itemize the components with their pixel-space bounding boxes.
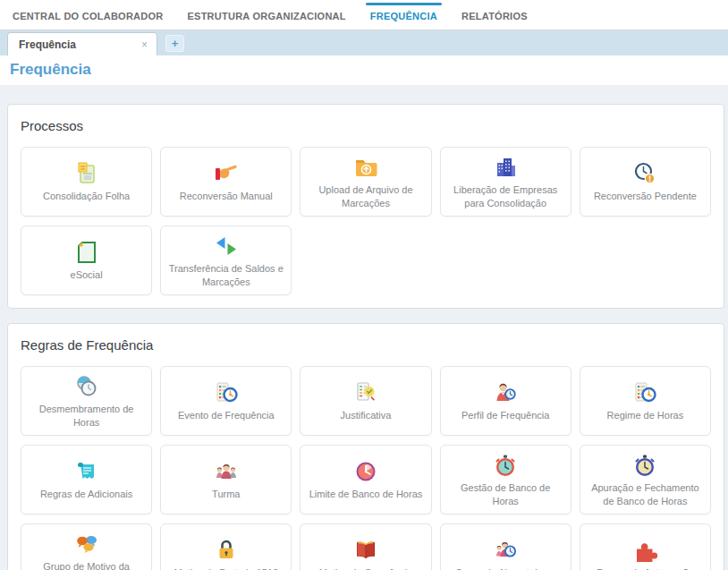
card-label: Turma <box>212 488 240 501</box>
chat-bubbles-icon <box>73 531 100 557</box>
nav-item-estrutura-organizacional[interactable]: ESTRUTURA ORGANIZACIONAL <box>186 2 346 29</box>
card-transferencia-de-saldos-e-marcacoes[interactable]: Transferência de Saldos e Marcações <box>160 225 292 295</box>
card-consolidacao-folha[interactable]: Consolidação Folha <box>21 147 152 217</box>
card-label: Motivo de Ocorrência <box>319 566 413 570</box>
card-label: Limite de Banco de Horas <box>309 488 423 501</box>
card-label: Justificativa <box>341 409 392 422</box>
card-desmembramento-de-horas[interactable]: Desmembramento de Horas <box>21 366 152 436</box>
padlock-icon <box>213 537 240 564</box>
tab-strip: Frequência × + <box>0 30 728 55</box>
card-reconversao-manual[interactable]: Reconversão Manual <box>160 147 292 217</box>
buildings-icon <box>492 154 519 181</box>
tab-label: Frequência <box>19 38 76 51</box>
card-label: Apuração e Fechamento de Banco de Horas <box>588 481 703 507</box>
panel-processos: Processos Consolidação FolhaReconversão … <box>7 104 724 309</box>
card-reconversao-pendente[interactable]: Reconversão Pendente <box>580 147 711 217</box>
document-green-icon <box>73 239 100 266</box>
card-label: Regras de Adicionais <box>40 488 132 501</box>
section-title: Regras de Frequência <box>21 337 711 353</box>
card-label: Regime de Horas <box>607 409 684 422</box>
card-evento-de-frequencia[interactable]: Evento de Frequência <box>160 366 292 436</box>
card-liberacao-de-empresas-para-consolidacao[interactable]: Liberação de Empresas para Consolidação <box>440 147 571 217</box>
card-label: Upload de Arquivo de Marcações <box>308 183 423 209</box>
stopwatch-red-icon <box>492 452 519 479</box>
people-clock-icon <box>492 537 519 564</box>
nav-item-frequencia[interactable]: FREQUÊNCIA <box>369 2 438 29</box>
card-turma[interactable]: Turma <box>160 445 292 515</box>
document-check-pen-icon <box>352 379 379 406</box>
card-gestao-de-banco-de-horas[interactable]: Gestão de Banco de Horas <box>440 445 571 515</box>
cards-grid-regras-de-frequencia: Desmembramento de HorasEvento de Frequên… <box>21 366 711 570</box>
person-clock-icon <box>492 379 519 406</box>
card-label: Motivo da Portaria 1510 <box>174 566 278 570</box>
folder-upload-icon <box>352 154 379 181</box>
pointing-hand-icon <box>213 160 240 187</box>
transfer-arrows-icon <box>213 233 240 259</box>
card-upload-de-arquivo-de-marcacoes[interactable]: Upload de Arquivo de Marcações <box>300 147 431 217</box>
checklist-clock-icon <box>631 379 658 406</box>
plus-icon: + <box>172 38 179 49</box>
clocks-overlap-icon <box>73 373 100 400</box>
stopwatch-blue-icon <box>631 452 658 479</box>
clock-pink-icon <box>352 458 379 485</box>
nav-item-central-do-colaborador[interactable]: CENTRAL DO COLABORADOR <box>12 2 164 29</box>
section-title: Processos <box>21 118 711 133</box>
card-label: Gestão de Banco de Horas <box>448 481 563 507</box>
notepad-icon <box>73 160 100 187</box>
card-label: Evento de Frequência <box>178 409 275 422</box>
card-perfil-de-frequencia[interactable]: Perfil de Frequência <box>440 366 571 436</box>
card-label: Desmembramento de Horas <box>29 403 144 429</box>
main-content: Processos Consolidação FolhaReconversão … <box>0 85 728 570</box>
cards-grid-processos: Consolidação FolhaReconversão ManualUplo… <box>21 147 711 295</box>
people-group-icon <box>213 458 240 485</box>
card-label: Grupo de Motivo da Justificativa <box>29 560 144 570</box>
card-apuracao-e-fechamento-de-banco-de-horas[interactable]: Apuração e Fechamento de Banco de Horas <box>580 445 711 515</box>
card-label: Liberação de Empresas para Consolidação <box>448 183 563 209</box>
card-motivo-da-portaria-1510[interactable]: Motivo da Portaria 1510 <box>160 523 292 570</box>
card-motivo-de-ocorrencia[interactable]: Motivo de Ocorrência <box>300 523 431 570</box>
nav-item-relatorios[interactable]: RELATÓRIOS <box>461 2 529 29</box>
card-label: Reconversão Manual <box>180 190 273 203</box>
card-label: Reconversão Pendente <box>594 190 697 203</box>
card-limite-de-banco-de-horas[interactable]: Limite de Banco de Horas <box>300 445 431 515</box>
card-label: Perfil de Frequência <box>461 409 549 422</box>
checklist-clock-icon <box>213 379 240 406</box>
card-label: eSocial <box>71 268 103 282</box>
puzzle-icon <box>631 537 658 564</box>
top-navigation: CENTRAL DO COLABORADOR ESTRUTURA ORGANIZ… <box>0 0 728 30</box>
title-bar: Frequência <box>0 55 728 85</box>
card-justificativa[interactable]: Justificativa <box>300 366 431 436</box>
page-title: Frequência <box>10 61 91 78</box>
card-grupo-de-absenteismo[interactable]: Grupo de Absenteísmo <box>440 523 571 570</box>
clock-warning-icon <box>631 160 658 187</box>
card-label: Regras de Automação <box>597 566 694 570</box>
close-icon[interactable]: × <box>141 39 148 50</box>
tab-frequencia[interactable]: Frequência × <box>7 32 157 55</box>
scroll-icon <box>73 458 100 485</box>
book-red-icon <box>352 537 379 564</box>
card-esocial[interactable]: eSocial <box>21 225 152 295</box>
card-label: Transferência de Saldos e Marcações <box>168 262 284 288</box>
card-label: Grupo de Absenteísmo <box>455 566 556 570</box>
card-regime-de-horas[interactable]: Regime de Horas <box>580 366 711 436</box>
panel-regras-de-frequencia: Regras de Frequência Desmembramento de H… <box>7 323 724 570</box>
card-grupo-de-motivo-da-justificativa[interactable]: Grupo de Motivo da Justificativa <box>21 523 152 570</box>
add-tab-button[interactable]: + <box>165 35 184 52</box>
card-label: Consolidação Folha <box>43 190 130 203</box>
card-regras-de-automacao[interactable]: Regras de Automação <box>580 523 711 570</box>
card-regras-de-adicionais[interactable]: Regras de Adicionais <box>21 445 152 515</box>
